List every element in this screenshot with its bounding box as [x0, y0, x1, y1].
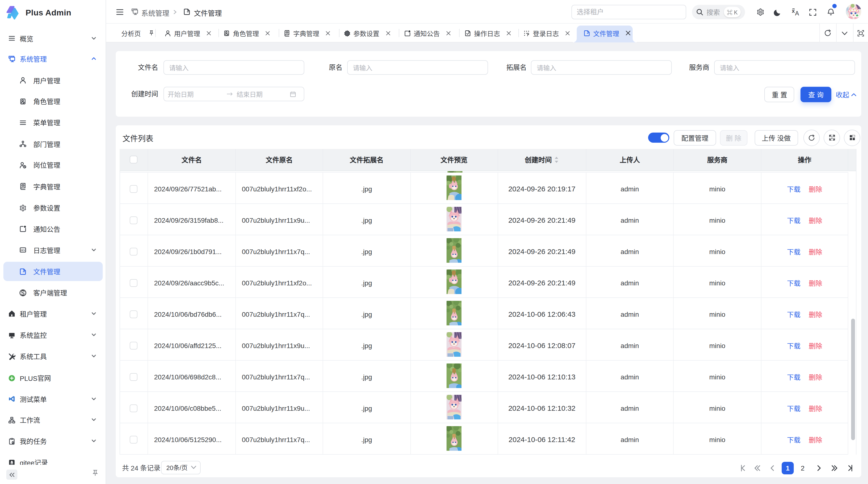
svg-text:A: A — [795, 10, 799, 16]
svg-text:DEV: DEV — [21, 249, 25, 251]
